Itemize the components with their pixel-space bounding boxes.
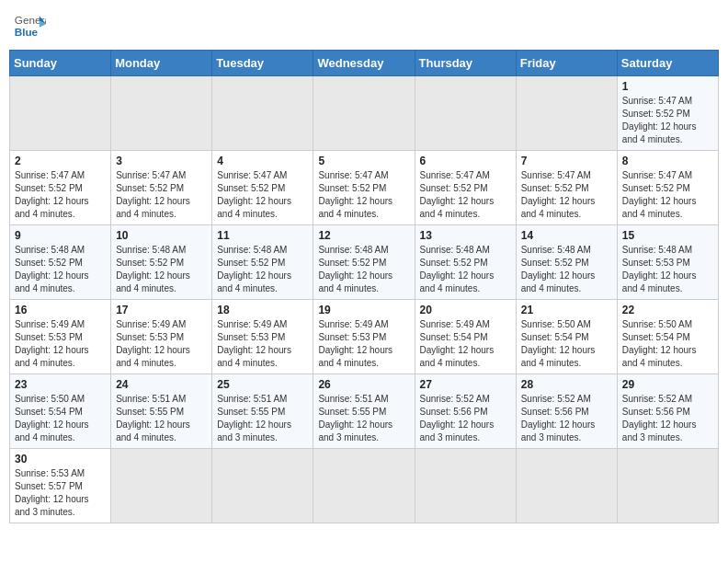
calendar-cell: 24Sunrise: 5:51 AM Sunset: 5:55 PM Dayli…: [111, 374, 212, 449]
calendar-cell: 5Sunrise: 5:47 AM Sunset: 5:52 PM Daylig…: [313, 151, 415, 225]
day-info: Sunrise: 5:48 AM Sunset: 5:52 PM Dayligh…: [15, 244, 106, 295]
day-number: 12: [318, 229, 409, 242]
calendar-cell: 10Sunrise: 5:48 AM Sunset: 5:52 PM Dayli…: [111, 225, 212, 300]
day-number: 28: [521, 378, 612, 391]
calendar-cell: [212, 76, 313, 151]
day-info: Sunrise: 5:48 AM Sunset: 5:52 PM Dayligh…: [420, 244, 511, 295]
calendar-cell: 18Sunrise: 5:49 AM Sunset: 5:53 PM Dayli…: [212, 300, 313, 374]
week-row-4: 23Sunrise: 5:50 AM Sunset: 5:54 PM Dayli…: [10, 374, 719, 449]
day-number: 1: [622, 80, 713, 93]
day-info: Sunrise: 5:51 AM Sunset: 5:55 PM Dayligh…: [318, 393, 409, 444]
day-info: Sunrise: 5:51 AM Sunset: 5:55 PM Dayligh…: [217, 393, 308, 444]
day-info: Sunrise: 5:53 AM Sunset: 5:57 PM Dayligh…: [15, 467, 106, 519]
calendar-cell: 3Sunrise: 5:47 AM Sunset: 5:52 PM Daylig…: [111, 151, 212, 225]
day-info: Sunrise: 5:52 AM Sunset: 5:56 PM Dayligh…: [622, 393, 713, 444]
day-number: 4: [217, 155, 308, 167]
calendar-cell: 19Sunrise: 5:49 AM Sunset: 5:53 PM Dayli…: [313, 300, 415, 374]
calendar-cell: 22Sunrise: 5:50 AM Sunset: 5:54 PM Dayli…: [617, 300, 718, 374]
day-info: Sunrise: 5:49 AM Sunset: 5:53 PM Dayligh…: [217, 318, 308, 370]
day-info: Sunrise: 5:51 AM Sunset: 5:55 PM Dayligh…: [116, 393, 207, 444]
day-number: 17: [116, 304, 207, 316]
week-row-0: 1Sunrise: 5:47 AM Sunset: 5:52 PM Daylig…: [10, 76, 719, 151]
calendar-cell: [617, 449, 718, 523]
week-row-3: 16Sunrise: 5:49 AM Sunset: 5:53 PM Dayli…: [10, 300, 719, 374]
calendar-cell: [313, 76, 415, 151]
logo: General Blue: [13, 9, 46, 42]
day-info: Sunrise: 5:48 AM Sunset: 5:52 PM Dayligh…: [116, 244, 207, 295]
day-info: Sunrise: 5:47 AM Sunset: 5:52 PM Dayligh…: [622, 169, 713, 221]
header-day-sunday: Sunday: [10, 51, 111, 76]
calendar-cell: 11Sunrise: 5:48 AM Sunset: 5:52 PM Dayli…: [212, 225, 313, 300]
calendar-cell: [415, 76, 516, 151]
week-row-5: 30Sunrise: 5:53 AM Sunset: 5:57 PM Dayli…: [10, 449, 719, 523]
calendar-cell: [313, 449, 415, 523]
calendar-cell: 4Sunrise: 5:47 AM Sunset: 5:52 PM Daylig…: [212, 151, 313, 225]
calendar-cell: 28Sunrise: 5:52 AM Sunset: 5:56 PM Dayli…: [516, 374, 617, 449]
calendar-cell: 23Sunrise: 5:50 AM Sunset: 5:54 PM Dayli…: [10, 374, 111, 449]
calendar-cell: 30Sunrise: 5:53 AM Sunset: 5:57 PM Dayli…: [10, 449, 111, 523]
calendar-cell: 15Sunrise: 5:48 AM Sunset: 5:53 PM Dayli…: [617, 225, 718, 300]
calendar-body: 1Sunrise: 5:47 AM Sunset: 5:52 PM Daylig…: [10, 76, 719, 523]
day-number: 22: [622, 304, 713, 316]
day-number: 8: [622, 155, 713, 167]
day-info: Sunrise: 5:50 AM Sunset: 5:54 PM Dayligh…: [15, 393, 106, 444]
day-info: Sunrise: 5:52 AM Sunset: 5:56 PM Dayligh…: [521, 393, 612, 444]
header-day-monday: Monday: [111, 51, 212, 76]
day-number: 16: [15, 304, 106, 316]
calendar-cell: [415, 449, 516, 523]
day-number: 18: [217, 304, 308, 316]
day-number: 24: [116, 378, 207, 391]
calendar-cell: 14Sunrise: 5:48 AM Sunset: 5:52 PM Dayli…: [516, 225, 617, 300]
week-row-2: 9Sunrise: 5:48 AM Sunset: 5:52 PM Daylig…: [10, 225, 719, 300]
day-number: 30: [15, 453, 106, 465]
calendar-cell: 17Sunrise: 5:49 AM Sunset: 5:53 PM Dayli…: [111, 300, 212, 374]
calendar-cell: [516, 449, 617, 523]
calendar-cell: 26Sunrise: 5:51 AM Sunset: 5:55 PM Dayli…: [313, 374, 415, 449]
day-info: Sunrise: 5:47 AM Sunset: 5:52 PM Dayligh…: [15, 169, 106, 221]
header-day-friday: Friday: [516, 51, 617, 76]
calendar-cell: [516, 76, 617, 151]
calendar-cell: 6Sunrise: 5:47 AM Sunset: 5:52 PM Daylig…: [415, 151, 516, 225]
header-day-wednesday: Wednesday: [313, 51, 415, 76]
day-info: Sunrise: 5:48 AM Sunset: 5:52 PM Dayligh…: [217, 244, 308, 295]
day-info: Sunrise: 5:47 AM Sunset: 5:52 PM Dayligh…: [116, 169, 207, 221]
calendar-cell: 21Sunrise: 5:50 AM Sunset: 5:54 PM Dayli…: [516, 300, 617, 374]
day-number: 7: [521, 155, 612, 167]
day-number: 10: [116, 229, 207, 242]
day-number: 29: [622, 378, 713, 391]
day-number: 27: [420, 378, 511, 391]
day-number: 5: [318, 155, 409, 167]
day-info: Sunrise: 5:48 AM Sunset: 5:53 PM Dayligh…: [622, 244, 713, 295]
day-info: Sunrise: 5:47 AM Sunset: 5:52 PM Dayligh…: [622, 95, 713, 146]
calendar-table: SundayMondayTuesdayWednesdayThursdayFrid…: [9, 50, 719, 523]
day-number: 9: [15, 229, 106, 242]
calendar-cell: 25Sunrise: 5:51 AM Sunset: 5:55 PM Dayli…: [212, 374, 313, 449]
day-info: Sunrise: 5:49 AM Sunset: 5:53 PM Dayligh…: [15, 318, 106, 370]
calendar-cell: 1Sunrise: 5:47 AM Sunset: 5:52 PM Daylig…: [617, 76, 718, 151]
header-day-thursday: Thursday: [415, 51, 516, 76]
day-info: Sunrise: 5:49 AM Sunset: 5:54 PM Dayligh…: [420, 318, 511, 370]
day-number: 20: [420, 304, 511, 316]
day-number: 26: [318, 378, 409, 391]
day-number: 11: [217, 229, 308, 242]
svg-text:Blue: Blue: [15, 26, 39, 38]
calendar-cell: [212, 449, 313, 523]
day-number: 15: [622, 229, 713, 242]
calendar-cell: 7Sunrise: 5:47 AM Sunset: 5:52 PM Daylig…: [516, 151, 617, 225]
day-info: Sunrise: 5:48 AM Sunset: 5:52 PM Dayligh…: [521, 244, 612, 295]
header-day-tuesday: Tuesday: [212, 51, 313, 76]
day-number: 2: [15, 155, 106, 167]
day-info: Sunrise: 5:47 AM Sunset: 5:52 PM Dayligh…: [318, 169, 409, 221]
calendar-cell: [10, 76, 111, 151]
calendar-cell: [111, 76, 212, 151]
day-info: Sunrise: 5:47 AM Sunset: 5:52 PM Dayligh…: [420, 169, 511, 221]
calendar-cell: 12Sunrise: 5:48 AM Sunset: 5:52 PM Dayli…: [313, 225, 415, 300]
calendar-cell: 27Sunrise: 5:52 AM Sunset: 5:56 PM Dayli…: [415, 374, 516, 449]
calendar-cell: 2Sunrise: 5:47 AM Sunset: 5:52 PM Daylig…: [10, 151, 111, 225]
calendar-cell: 13Sunrise: 5:48 AM Sunset: 5:52 PM Dayli…: [415, 225, 516, 300]
day-info: Sunrise: 5:50 AM Sunset: 5:54 PM Dayligh…: [622, 318, 713, 370]
calendar-cell: 16Sunrise: 5:49 AM Sunset: 5:53 PM Dayli…: [10, 300, 111, 374]
day-number: 13: [420, 229, 511, 242]
calendar-cell: [111, 449, 212, 523]
page-header: General Blue: [9, 9, 719, 42]
